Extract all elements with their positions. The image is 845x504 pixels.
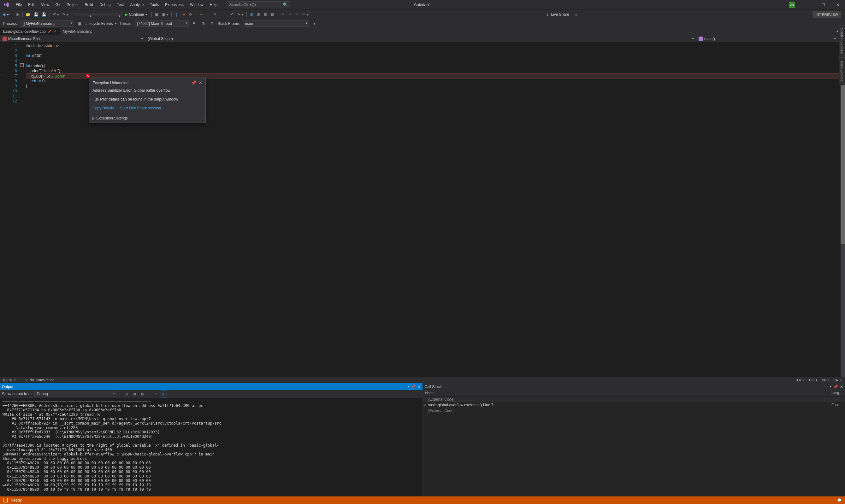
code-content[interactable]: #include <stdio.h> int x[100]; −int main…	[26, 42, 845, 377]
chevron-down-icon[interactable]: ▾	[830, 384, 831, 389]
tb-icon-2[interactable]: ▣ ▾	[161, 11, 169, 18]
tab-dropdown-icon[interactable]: ▾	[837, 29, 839, 34]
menu-edit[interactable]: Edit	[25, 1, 38, 9]
pin-icon[interactable]: 📌	[191, 80, 196, 86]
callstack-row[interactable]: [External Code]	[423, 408, 845, 414]
pin-icon[interactable]: 📌	[833, 384, 838, 389]
menu-test[interactable]: Test	[114, 1, 127, 9]
tb-icon-7[interactable]: ⊞	[262, 11, 269, 18]
thread-dropdown[interactable]: [74992] Main Thread	[135, 20, 189, 27]
show-next-statement-button[interactable]: →	[198, 11, 204, 18]
minimize-button[interactable]: ─	[801, 0, 816, 10]
notifications-icon[interactable]: 💬	[837, 498, 842, 502]
tb-icon-3[interactable]: ↶	[229, 11, 236, 18]
spaces-indicator[interactable]: SPC	[822, 378, 829, 382]
menu-debug[interactable]: Debug	[96, 1, 114, 9]
config-dropdown[interactable]	[74, 14, 93, 15]
statusbar-icon[interactable]	[3, 498, 7, 502]
side-tab-team-explorer[interactable]: Team Explorer	[839, 57, 845, 86]
tb-icon-9[interactable]: ⚐	[287, 11, 293, 18]
nav-member-dropdown[interactable]: main()	[696, 35, 838, 42]
col-lang[interactable]: Lang	[830, 390, 845, 396]
step-out-button[interactable]: ↑	[219, 11, 225, 18]
copy-details-link[interactable]: Copy Details	[92, 106, 114, 111]
close-icon[interactable]: ✕	[417, 384, 420, 389]
tab-basic-global-overflow[interactable]: basic-global-overflow.cpp 📌 ✕	[0, 28, 59, 35]
callstack-panel-header[interactable]: Call Stack ▾ 📌 ✕	[423, 383, 845, 390]
output-tb-2[interactable]: ⊞	[131, 391, 138, 397]
new-item-button[interactable]: ⊕	[14, 11, 20, 18]
platform-dropdown[interactable]	[93, 14, 122, 15]
bookmark-button[interactable]: ⚐	[280, 11, 286, 18]
output-tb-1[interactable]: ⊞	[123, 391, 130, 397]
editor-scrollbar[interactable]	[841, 42, 845, 377]
menu-help[interactable]: Help	[207, 1, 221, 9]
nav-back-dropdown[interactable]: ◉ ▾	[1, 12, 10, 17]
pin-icon[interactable]: 📌	[48, 30, 51, 33]
restart-button[interactable]: ⟳	[187, 11, 194, 18]
output-tb-3[interactable]: ⊞	[139, 391, 146, 397]
tb-icon-1[interactable]: ▣	[154, 11, 160, 18]
menu-extensions[interactable]: Extensions	[162, 1, 187, 9]
col-name[interactable]: Name	[423, 390, 830, 396]
tb-icon-5[interactable]: ⊞	[249, 11, 255, 18]
nav-scope-dropdown[interactable]: (Global Scope)	[145, 35, 696, 42]
menu-project[interactable]: Project	[64, 1, 82, 9]
menu-window[interactable]: Window	[187, 1, 207, 9]
stop-button[interactable]: ■	[180, 11, 187, 18]
open-file-button[interactable]: 📂	[24, 11, 32, 18]
zoom-level[interactable]: 100 %	[2, 378, 12, 382]
redo-button[interactable]: ↷ ▾	[61, 11, 69, 18]
live-share-button[interactable]: Live Share	[551, 12, 569, 17]
menu-build[interactable]: Build	[82, 1, 97, 9]
feedback-button[interactable]: ☺	[573, 11, 579, 18]
output-content[interactable]: ========================================…	[0, 398, 422, 497]
tb-icon-11[interactable]: ⚐ ▾	[301, 11, 310, 18]
thread-flag-icon[interactable]: ⚑	[191, 20, 197, 27]
menu-git[interactable]: Git	[52, 1, 64, 9]
tab-myfilename-dmp[interactable]: MyFileName.dmp	[59, 28, 96, 35]
save-button[interactable]: 💾	[33, 11, 40, 18]
word-wrap-button[interactable]: ⊞	[161, 391, 167, 397]
issues-text[interactable]: No issues found	[29, 378, 54, 382]
menu-tools[interactable]: Tools	[147, 1, 162, 9]
nav-project-dropdown[interactable]: Miscellaneous Files	[0, 35, 145, 42]
chevron-down-icon[interactable]: ▾	[407, 384, 409, 389]
user-badge[interactable]: JR	[789, 2, 795, 8]
debugbar-overflow[interactable]: ▾	[311, 20, 318, 27]
output-panel-header[interactable]: Output ▾ 📌 ✕	[0, 383, 422, 390]
output-source-dropdown[interactable]: Debug	[34, 391, 117, 397]
menu-view[interactable]: View	[38, 1, 52, 9]
code-editor[interactable]: ➪ 123456789101112 #include <stdio.h> int…	[0, 42, 845, 377]
callstack-row[interactable]: ➪ basic-global-overflow.exe!main() Line …	[423, 402, 845, 408]
resize-grip-icon[interactable]: ⋰	[201, 117, 205, 122]
process-dropdown[interactable]: [] MyFileName.dmp	[20, 20, 74, 27]
search-input[interactable]: Search (Ctrl+Q) 🔍	[227, 1, 290, 8]
lineending-indicator[interactable]: CRLF	[833, 378, 843, 382]
start-live-share-link[interactable]: Start Live Share session...	[120, 106, 164, 111]
stackframe-dropdown[interactable]: main	[243, 20, 309, 27]
undo-button[interactable]: ↶ ▾	[52, 11, 60, 18]
close-icon[interactable]: ✕	[53, 29, 56, 34]
side-tab-solution-explorer[interactable]: Solution Explorer	[839, 25, 845, 57]
close-icon[interactable]: ✕	[199, 80, 202, 86]
close-button[interactable]: ✕	[830, 0, 845, 10]
thread-icon-3[interactable]: ⊞	[209, 20, 215, 27]
tb-icon-4[interactable]: ✎ ▾	[236, 11, 244, 18]
step-over-button[interactable]: ↷	[212, 11, 218, 18]
continue-button[interactable]: ▶ Continue ▾	[122, 11, 150, 18]
tb-icon-8[interactable]: ⊞	[270, 11, 276, 18]
menu-file[interactable]: File	[13, 1, 25, 9]
menu-analyze[interactable]: Analyze	[127, 1, 147, 9]
thread-icon-2[interactable]: ⊞	[200, 20, 206, 27]
lifecycle-icon[interactable]: ▣	[77, 20, 83, 27]
pin-icon[interactable]: 📌	[411, 384, 416, 389]
maximize-button[interactable]: ☐	[816, 0, 830, 10]
close-icon[interactable]: ✕	[840, 384, 843, 389]
tb-icon-10[interactable]: ⚐	[294, 11, 300, 18]
break-all-button[interactable]: ‖	[174, 11, 180, 18]
step-into-button[interactable]: ↓	[205, 11, 211, 18]
tb-icon-6[interactable]: ⊞	[256, 11, 262, 18]
exception-settings-expander[interactable]: ▷ Exception Settings	[89, 114, 205, 123]
clear-all-button[interactable]: ≡	[152, 391, 159, 397]
